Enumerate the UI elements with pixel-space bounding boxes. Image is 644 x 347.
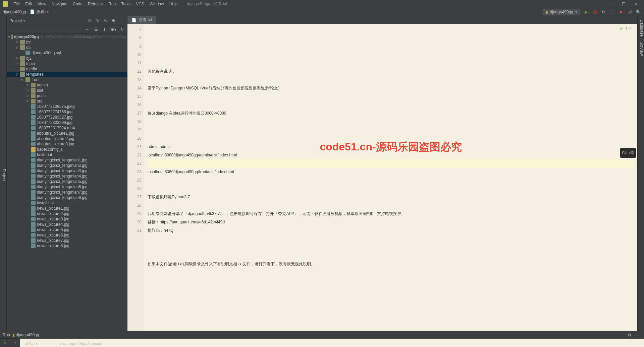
project-header-label: Project [9,18,22,23]
minimize-button[interactable]: — [606,2,616,6]
inspection-status[interactable]: ✔1 ^ˇ [620,25,635,33]
project-tool-button[interactable]: Project [2,169,6,181]
project-header: Project ▾ ⊙ ⇲ ⇱ ⚙ — [7,16,127,25]
search-everywhere-button[interactable]: 🔍 [635,9,641,15]
tb-icon-4[interactable]: ↻ [119,26,125,32]
tree-item[interactable]: aboutus_picture3.jpg [7,141,127,147]
stop-button[interactable]: ■ [618,9,624,15]
close-button[interactable]: ✕ [631,2,641,6]
tree-item[interactable]: 1680772108575.jpeg [7,104,127,109]
menu-help[interactable]: Help [167,2,180,6]
tree-item[interactable]: >public [7,93,127,98]
menu-view[interactable]: View [35,2,49,6]
collapse-icon[interactable]: ⇱ [102,18,108,24]
tb-icon-3[interactable]: ⫶ [102,26,108,32]
tree-item[interactable]: news_picture8.jpg [7,243,127,249]
sciview-tool-button[interactable]: SciView [639,42,644,56]
toolbar-row: django490gq › 📄 必看.txt ▮ django490gq ▾ ▶… [0,8,644,16]
tree-item[interactable]: vfront [7,77,127,82]
tree-item[interactable]: build.bat [7,152,127,157]
tree-root[interactable]: vdjango490gqD:\releaseComp\24-08\8\djang… [7,34,127,40]
tree-item[interactable]: dianyingxinxi_fengmian4.jpg [7,174,127,179]
more-actions-button[interactable]: ⋮ [609,9,615,15]
tree-item[interactable]: media [7,66,127,72]
tree-item[interactable]: dianyingxinxi_fengmian1.jpg [7,157,127,163]
tree-item[interactable]: babel.config.js [7,147,127,152]
hide-icon[interactable]: — [118,18,124,24]
right-tool-strip: Database SciView [637,16,644,331]
tree-item[interactable]: django490gq.sql [7,50,127,56]
locate-icon[interactable]: ⊙ [86,18,92,24]
tree-item[interactable]: news_picture3.jpg [7,216,127,222]
tree-item[interactable]: >src [7,98,127,104]
menubar: FileEditViewNavigateCodeRefactorRunTools… [0,0,644,8]
code-content[interactable]: ✔1 ^ˇ CH ↓筒 code51.cn-源码乐园盗图必究 其他备注说明： 基… [144,24,637,331]
rerun-icon[interactable]: ↻ [3,341,7,345]
run-config-selector[interactable]: ▮ django490gq ▾ [543,9,580,15]
tree-item[interactable]: news_picture1.jpg [7,206,127,211]
run-hide-icon[interactable]: — [635,332,641,338]
tb-icon-2[interactable]: ☰ [93,26,99,32]
tree-item[interactable]: >bin [7,40,127,45]
tree-item[interactable]: dianyingxinxi_fengmian6.jpg [7,184,127,190]
run-panel-title: Run: ▮ django490gq [3,333,39,337]
stop-run-button[interactable]: ↻ [600,9,606,15]
menu-file[interactable]: File [11,2,22,6]
tab-label: 必看.txt [139,17,152,23]
tree-item[interactable]: 1680772283327.jpg [7,115,127,120]
run-toolbar: ↻ ■ ↧ [0,339,10,347]
tree-item[interactable]: dianyingxinxi_fengmian8.jpg [7,195,127,200]
menu-edit[interactable]: Edit [22,2,35,6]
breadcrumb-root[interactable]: django490gq [3,10,26,14]
tree-item[interactable]: 1680772317924.mp4 [7,125,127,131]
menu-run[interactable]: Run [106,2,118,6]
maximize-button[interactable]: ☐ [619,2,629,6]
input-mode-indicator: CH ↓筒 [620,148,636,158]
tree-item[interactable]: vdb [7,45,127,50]
tree-item[interactable]: dianyingxinxi_fengmian3.jpg [7,168,127,174]
project-panel: Project ▾ ⊙ ⇲ ⇱ ⚙ — ↔ ☰ ⫶ ⚙▾ ↻ vdjango49… [7,16,127,331]
tree-item[interactable]: >admin [7,82,127,88]
tree-item[interactable]: news_picture5.jpg [7,227,127,232]
tree-item[interactable]: 1680772274758.jpg [7,109,127,115]
up-icon[interactable]: ↑ [14,341,16,345]
tree-item[interactable]: news_picture4.jpg [7,222,127,227]
vcs-button[interactable]: ⎇ [627,9,633,15]
left-tool-strip: Project [0,16,7,331]
tree-item[interactable]: aboutus_picture2.jpg [7,136,127,141]
tree-item[interactable]: vtemplates [7,72,127,77]
database-tool-button[interactable]: Database [639,19,644,37]
run-settings-icon[interactable]: ⚙ [627,332,633,338]
file-icon: 📄 [131,18,137,22]
editor-tabs: 📄 必看.txt [127,16,637,24]
tree-item[interactable]: dianyingxinxi_fengmian5.jpg [7,179,127,184]
expand-icon[interactable]: ⇲ [94,18,100,24]
menu-tools[interactable]: Tools [118,2,133,6]
debug-button[interactable]: 🐞 [592,9,598,15]
tree-item[interactable]: >dj2 [7,56,127,61]
tree-item[interactable]: >main [7,61,127,66]
tree-item[interactable]: news_picture6.jpg [7,232,127,238]
breadcrumb-file[interactable]: 📄 必看.txt [30,9,49,15]
tb-settings-icon[interactable]: ⚙▾ [110,26,116,32]
menu-refactor[interactable]: Refactor [85,2,106,6]
menu-window[interactable]: Window [147,2,167,6]
menu-code[interactable]: Code [70,2,85,6]
run-button[interactable]: ▶ [583,9,589,15]
tab-file[interactable]: 📄 必看.txt [127,16,156,24]
tree-item[interactable]: news_picture7.jpg [7,238,127,243]
editor-area: 📄 必看.txt 7891011121314151617181920212223… [127,16,637,331]
tree-item[interactable]: dianyingxinxi_fengmian2.jpg [7,163,127,168]
run-output[interactable]: fullPath-----------------> /django490gq/… [20,339,644,347]
tree-item[interactable]: install.bat [7,200,127,206]
menu-vcs[interactable]: VCS [133,2,147,6]
tree-item[interactable]: 1680772303299.jpg [7,120,127,125]
tb-icon-1[interactable]: ↔ [84,26,90,32]
tree-item[interactable]: aboutus_picture1.jpg [7,131,127,136]
tree-item[interactable]: news_picture2.jpg [7,211,127,216]
tree-item[interactable]: >dist [7,88,127,93]
project-tree[interactable]: vdjango490gqD:\releaseComp\24-08\8\djang… [7,33,127,331]
tree-item[interactable]: dianyingxinxi_fengmian7.jpg [7,190,127,195]
menu-navigate[interactable]: Navigate [49,2,70,6]
gear-icon[interactable]: ⚙ [110,18,116,24]
